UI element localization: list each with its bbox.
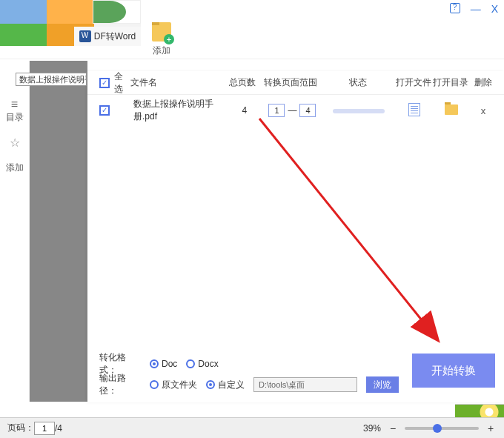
format-option: 转化格式： Doc Docx: [99, 354, 406, 374]
star-icon: ☆: [10, 136, 20, 150]
sidebar-item-catalog[interactable]: ≡ 目录: [0, 98, 29, 124]
browse-button[interactable]: 浏览: [366, 376, 399, 393]
col-pages: 总页数: [224, 76, 260, 89]
mode-tab-label: DF转Word: [94, 30, 136, 43]
logo-block: [0, 24, 47, 46]
range-to-input[interactable]: [299, 104, 316, 117]
add-label: 添加: [153, 44, 170, 57]
folder-add-icon: +: [152, 22, 171, 42]
zoom-slider[interactable]: [405, 427, 479, 430]
sidebar-item-add[interactable]: 添加: [0, 162, 29, 174]
cell-range: —: [262, 104, 322, 117]
radio-label: Doc: [162, 359, 177, 369]
page-label: 页码：: [7, 422, 34, 434]
status-bar: 页码： /4 39% − +: [0, 417, 504, 438]
window-controls: ? — X: [450, 3, 498, 16]
radio-label: 原文件夹: [162, 379, 197, 391]
col-range: 转换页面范围: [260, 76, 320, 89]
left-toolbar: ≡ 目录 ☆ 添加: [0, 61, 30, 402]
slider-thumb[interactable]: [433, 424, 442, 433]
col-filename: 文件名: [130, 76, 225, 89]
range-dash: —: [288, 105, 296, 116]
radio-doc[interactable]: Doc: [150, 359, 177, 369]
radio-custom[interactable]: 自定义: [206, 379, 245, 391]
col-status: 状态: [321, 76, 395, 89]
range-from-input[interactable]: [268, 104, 285, 117]
radio-dot-icon: [186, 359, 195, 368]
plus-badge-icon: +: [164, 34, 174, 44]
thumbnail-image: [455, 404, 504, 417]
radio-label: Docx: [198, 359, 218, 369]
minimize-button[interactable]: —: [471, 3, 481, 16]
word-icon: [79, 30, 91, 42]
logo-block: [0, 0, 47, 24]
mode-tab-word[interactable]: DF转Word: [74, 27, 141, 46]
zoom-value: 39%: [363, 423, 381, 434]
row-checkbox[interactable]: [99, 105, 110, 116]
cell-filename: 数据上报操作说明手册.pdf: [133, 98, 227, 123]
open-folder-button[interactable]: [433, 104, 470, 117]
select-all-checkbox[interactable]: [99, 78, 110, 88]
table-row: 数据上报操作说明手册.pdf 4 — x: [87, 95, 504, 126]
radio-orig-folder[interactable]: 原文件夹: [150, 379, 197, 391]
delete-button[interactable]: x: [470, 105, 497, 116]
logo-block: [93, 0, 141, 24]
page-input[interactable]: [34, 422, 55, 435]
top-actions: + 添加: [152, 22, 171, 57]
document-tab[interactable]: 数据上报操作说明手册.: [16, 73, 87, 86]
radio-docx[interactable]: Docx: [186, 359, 218, 369]
sidebar-item-label: 目录: [6, 111, 24, 124]
topbar: DF转Word + 添加 ? — X: [0, 0, 504, 59]
help-button[interactable]: ?: [450, 3, 460, 16]
table-header: 全选 文件名 总页数 转换页面范围 状态 打开文件 打开目录 删除: [87, 71, 504, 95]
path-option: 输出路径： 原文件夹 自定义 浏览: [99, 374, 406, 395]
open-file-button[interactable]: [396, 103, 433, 119]
zoom-out-button[interactable]: −: [387, 422, 399, 434]
page-total: /4: [55, 423, 62, 434]
folder-icon: [445, 104, 458, 115]
start-convert-button[interactable]: 开始转换: [412, 354, 495, 388]
document-preview-strip: 数据上报操作说明手册.: [30, 61, 87, 402]
sidebar-item-favorite[interactable]: ☆: [0, 136, 29, 150]
col-delete: 删除: [470, 76, 497, 89]
close-button[interactable]: X: [491, 3, 498, 16]
zoom-in-button[interactable]: +: [485, 422, 497, 434]
col-select-all: 全选: [114, 70, 130, 96]
options-area: 转化格式： Doc Docx 输出路径： 原文件夹 自定义 浏览: [99, 343, 406, 402]
radio-dot-icon: [206, 380, 215, 389]
col-open-dir: 打开目录: [432, 76, 470, 89]
file-icon: [408, 103, 420, 116]
sidebar-item-label: 添加: [6, 162, 24, 174]
path-input[interactable]: [253, 377, 357, 392]
radio-dot-icon: [150, 380, 159, 389]
cell-status: [322, 105, 396, 116]
progress-bar: [333, 109, 385, 113]
radio-label: 自定义: [218, 379, 245, 391]
radio-dot-icon: [150, 359, 159, 368]
logo-block: [47, 0, 93, 24]
col-open-file: 打开文件: [394, 76, 432, 89]
zoom-control: 39% − +: [363, 422, 497, 434]
add-button[interactable]: + 添加: [152, 22, 171, 57]
cell-pages: 4: [227, 105, 262, 116]
convert-panel: 全选 文件名 总页数 转换页面范围 状态 打开文件 打开目录 删除 数据上报操作…: [87, 71, 504, 402]
logo-area: DF转Word: [0, 0, 141, 46]
path-label: 输出路径：: [99, 372, 141, 397]
list-icon: ≡: [11, 98, 18, 111]
